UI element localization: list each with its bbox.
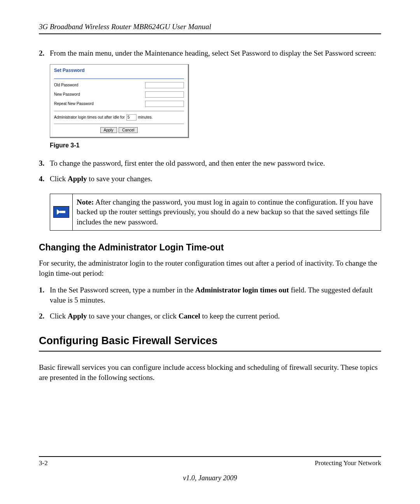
list-text: From the main menu, under the Maintenanc… (50, 48, 381, 59)
main-heading: Configuring Basic Firewall Services (39, 335, 381, 352)
old-password-label: Old Password (54, 83, 78, 87)
panel-title: Set Password (54, 68, 184, 79)
list-item: 1. In the Set Password screen, type a nu… (39, 285, 381, 306)
timeout-label-pre: Administrator login times out after idle… (54, 115, 125, 119)
list-item: 4. Click Apply to save your changes. (39, 174, 381, 184)
note-box: Note: After changing the password, you m… (50, 194, 381, 231)
paragraph: For security, the administrator login to… (39, 258, 381, 279)
list-text: To change the password, first enter the … (50, 158, 381, 169)
old-password-input[interactable] (145, 82, 184, 88)
note-icon-cell (50, 194, 73, 230)
repeat-password-label: Repeat New Password (54, 102, 94, 106)
timeout-input[interactable] (126, 114, 136, 121)
list-number: 2. (39, 48, 50, 59)
page-number: 3-2 (39, 459, 48, 467)
set-password-screenshot: Set Password Old Password New Password R… (50, 64, 189, 138)
new-password-input[interactable] (145, 91, 184, 98)
section-name: Protecting Your Network (315, 459, 381, 467)
arrow-icon (53, 206, 69, 218)
timeout-label-post: minutes. (138, 115, 153, 119)
list-number: 2. (39, 311, 50, 322)
list-number: 1. (39, 285, 50, 306)
list-text: Click Apply to save your changes, or cli… (50, 311, 381, 322)
list-text: Click Apply to save your changes. (50, 174, 381, 184)
header-title: 3G Broadband Wireless Router MBR624GU Us… (39, 23, 381, 34)
version-label: v1.0, January 2009 (39, 474, 381, 482)
list-text: In the Set Password screen, type a numbe… (50, 285, 381, 306)
paragraph: Basic firewall services you can configur… (39, 362, 381, 383)
list-item: 2. From the main menu, under the Mainten… (39, 48, 381, 59)
new-password-label: New Password (54, 92, 80, 96)
list-number: 4. (39, 174, 50, 184)
repeat-password-input[interactable] (145, 101, 184, 107)
note-text: Note: After changing the password, you m… (73, 194, 381, 230)
figure-caption: Figure 3-1 (50, 142, 381, 149)
list-item: 3. To change the password, first enter t… (39, 158, 381, 169)
list-number: 3. (39, 158, 50, 169)
footer: 3-2 Protecting Your Network v1.0, Januar… (39, 456, 381, 482)
apply-button[interactable]: Apply (100, 127, 117, 133)
cancel-button[interactable]: Cancel (119, 127, 138, 133)
subheading: Changing the Administrator Login Time-ou… (39, 242, 381, 253)
list-item: 2. Click Apply to save your changes, or … (39, 311, 381, 322)
